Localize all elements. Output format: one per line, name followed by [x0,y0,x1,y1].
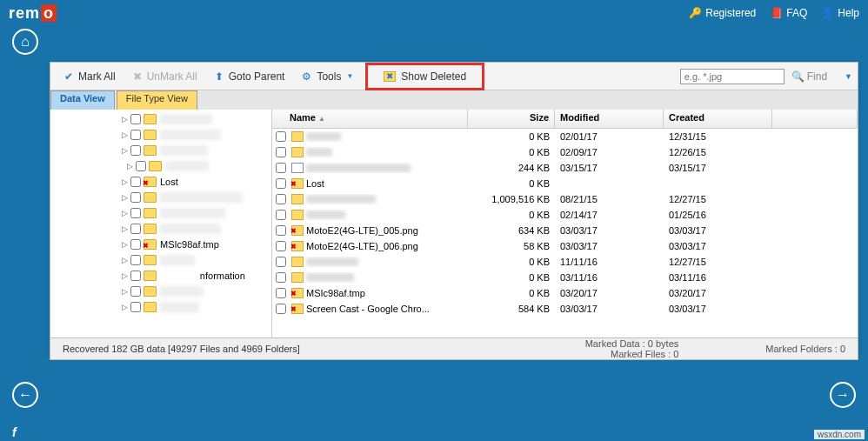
tree-checkbox[interactable] [130,271,141,281]
chevron-down-icon: ▼ [346,72,353,80]
tree-checkbox[interactable] [130,208,141,218]
tree-checkbox[interactable] [130,130,141,140]
tree-checkbox[interactable] [130,114,141,124]
tree-row[interactable]: ▷ Lost [50,174,271,190]
tree-row[interactable]: ▷ [50,205,271,221]
tree-row[interactable]: ▷ [50,127,271,143]
expand-icon[interactable]: ▷ [120,240,129,249]
expand-icon[interactable]: ▷ [120,193,129,202]
list-row[interactable]: MotoE2(4G-LTE)_005.png 634 KB 03/03/17 0… [272,223,858,238]
list-row[interactable]: 0 KB 02/01/17 12/31/15 [272,129,858,144]
tree-row[interactable]: ▷ [50,221,271,237]
file-icon [291,210,304,220]
home-button[interactable]: ⌂ [12,29,38,55]
list-row[interactable]: 1,009,516 KB 08/21/15 12/27/15 [272,191,858,207]
row-checkbox[interactable] [276,210,286,220]
tree-row[interactable]: ▷ [50,252,271,268]
row-checkbox[interactable] [276,147,286,157]
tools-button[interactable]: Tools ▼ [293,67,362,86]
tree-row[interactable]: ▷ [50,111,271,127]
registered-link[interactable]: 🔑 Registered [689,7,756,19]
expand-icon[interactable]: ▷ [120,209,129,217]
file-created: 03/03/17 [664,225,772,236]
expand-icon[interactable]: ▷ [125,162,134,170]
main-panel: Mark All ✖ UnMark All Goto Parent Tools … [50,62,858,357]
tree-row[interactable]: ▷ [50,190,271,205]
tree-checkbox[interactable] [136,161,146,171]
goto-parent-button[interactable]: Goto Parent [206,67,294,86]
tree-checkbox[interactable] [130,145,141,156]
tree-checkbox[interactable] [130,177,141,187]
tree-row[interactable]: ▷ [50,143,271,158]
tree-row[interactable]: ▷ [50,284,271,299]
tree-checkbox[interactable] [130,224,141,234]
search-input[interactable] [680,69,785,84]
list-row[interactable]: 0 KB 02/09/17 12/26/15 [272,144,858,160]
show-deleted-button[interactable]: Show Deleted [375,67,475,86]
expand-icon[interactable]: ▷ [120,303,129,311]
tree-row[interactable]: ▷ MSIc98af.tmp [50,237,271,252]
expand-icon[interactable]: ▷ [120,256,129,264]
tree-row[interactable]: ▷ [50,299,271,315]
row-checkbox[interactable] [276,272,286,283]
list-row[interactable]: 0 KB 11/11/16 12/27/15 [272,254,858,270]
tab-data-view[interactable]: Data View [50,90,115,110]
file-size: 0 KB [468,210,555,220]
tree-pane[interactable]: ▷ ▷ ▷ ▷ ▷ Lost▷ ▷ ▷ ▷ MSIc98af.tmp▷ ▷ [50,110,272,357]
file-name-redacted [306,273,354,282]
expand-icon[interactable]: ▷ [120,146,129,155]
list-row[interactable]: 0 KB 03/11/16 03/11/16 [272,270,858,285]
tree-checkbox[interactable] [130,286,141,297]
row-checkbox[interactable] [276,163,286,173]
expand-icon[interactable]: ▷ [120,130,129,139]
list-row[interactable]: Screen Cast - Google Chro... 584 KB 03/0… [272,301,858,317]
row-checkbox[interactable] [276,225,286,236]
tree-checkbox[interactable] [130,255,141,265]
list-row[interactable]: 0 KB 02/14/17 01/25/16 [272,207,858,223]
facebook-icon[interactable]: f [12,425,17,439]
list-pane[interactable]: Name ▲ Size Modified Created 0 KB 02/01/… [272,110,858,357]
col-created[interactable]: Created [664,110,772,128]
col-name[interactable]: Name ▲ [272,110,468,128]
help-link[interactable]: 👤 Help [821,7,859,19]
expand-icon[interactable]: ▷ [120,271,129,280]
search-dropdown[interactable]: ▼ [845,72,852,81]
tree-row[interactable]: ▷ [50,158,271,174]
list-row[interactable]: 244 KB 03/15/17 03/15/17 [272,160,858,176]
tree-checkbox[interactable] [130,302,141,312]
file-created: 03/03/17 [664,241,772,251]
row-checkbox[interactable] [276,131,286,142]
file-created: 03/03/17 [664,304,772,314]
tree-checkbox[interactable] [130,239,141,250]
expand-icon[interactable]: ▷ [120,224,129,233]
file-modified: 03/20/17 [555,288,664,298]
mark-all-button[interactable]: Mark All [56,67,124,86]
row-checkbox[interactable] [276,257,286,267]
unmark-all-button[interactable]: ✖ UnMark All [124,67,206,86]
row-checkbox[interactable] [276,304,286,314]
row-checkbox[interactable] [276,241,286,251]
tree-checkbox[interactable] [130,192,141,203]
marked-files: Marked Files : 0 [585,349,679,359]
expand-icon[interactable]: ▷ [120,115,129,124]
row-checkbox[interactable] [276,178,286,189]
col-modified[interactable]: Modified [555,110,664,128]
list-row[interactable]: Lost 0 KB [272,176,858,191]
list-row[interactable]: MSIc98af.tmp 0 KB 03/20/17 03/20/17 [272,285,858,301]
file-icon [291,163,304,173]
tree-row[interactable]: ▷ nformation [50,268,271,284]
back-button[interactable]: ← [12,382,38,408]
tree-label-redacted [165,161,209,171]
row-checkbox[interactable] [276,288,286,298]
tab-file-type-view[interactable]: File Type View [117,90,197,110]
list-row[interactable]: MotoE2(4G-LTE)_006.png 58 KB 03/03/17 03… [272,238,858,254]
find-button[interactable]: 🔍 Find [791,70,827,83]
row-checkbox[interactable] [276,194,286,204]
file-name: Lost [306,178,324,189]
expand-icon[interactable]: ▷ [120,287,129,296]
forward-button[interactable]: → [830,382,856,408]
file-created: 12/27/15 [664,194,772,204]
col-size[interactable]: Size [468,110,555,128]
expand-icon[interactable]: ▷ [120,177,129,186]
faq-link[interactable]: 📕 FAQ [770,7,807,19]
